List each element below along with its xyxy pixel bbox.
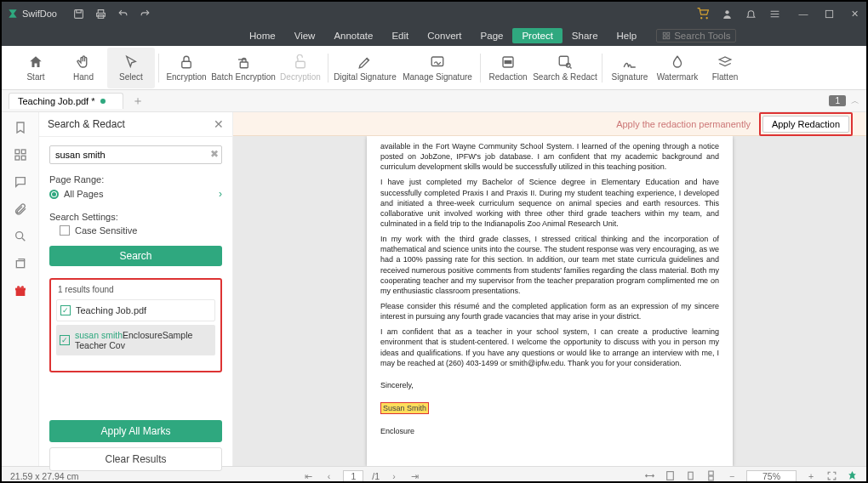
attachments-icon[interactable] — [12, 201, 29, 218]
minimize-icon[interactable]: — — [797, 7, 810, 20]
checkbox-empty-icon — [60, 225, 70, 236]
bell-icon[interactable] — [744, 7, 757, 20]
prev-page-icon[interactable]: ‹ — [323, 470, 334, 482]
menu-home[interactable]: Home — [240, 28, 285, 43]
case-sensitive-checkbox[interactable]: Case Sensitive — [39, 224, 232, 242]
close-panel-icon[interactable]: ✕ — [214, 117, 224, 131]
print-icon[interactable] — [94, 7, 108, 20]
gift-icon[interactable] — [12, 282, 29, 299]
menu-edit[interactable]: Edit — [382, 28, 418, 43]
svg-rect-25 — [15, 290, 25, 296]
ribbon-digital-signature[interactable]: Digital Signature — [332, 48, 398, 88]
menu-convert[interactable]: Convert — [418, 28, 471, 43]
ribbon-start[interactable]: Start — [12, 48, 60, 88]
menu-protect[interactable]: Protect — [512, 28, 562, 43]
svg-rect-11 — [182, 61, 191, 68]
clear-search-icon[interactable]: ✖ — [210, 148, 219, 160]
zoom-value[interactable]: 75% — [746, 470, 797, 482]
new-tab-button[interactable]: ＋ — [132, 94, 144, 109]
pin-icon[interactable] — [846, 470, 858, 482]
menu-help[interactable]: Help — [608, 28, 647, 43]
user-icon[interactable] — [720, 7, 734, 20]
total-pages: /1 — [372, 471, 380, 481]
result-match-row[interactable]: ✓ susan smithEnclosureSample Teacher Cov — [56, 325, 215, 355]
zoom-in-icon[interactable]: + — [805, 470, 817, 482]
svg-point-23 — [15, 232, 22, 239]
menu-icon[interactable] — [768, 7, 781, 20]
save-icon[interactable] — [72, 7, 86, 20]
results-found-label: 1 results found — [56, 285, 215, 299]
bookmark-icon[interactable] — [12, 119, 29, 136]
next-page-icon[interactable]: › — [388, 470, 400, 482]
page-range-row[interactable]: All Pages › — [39, 186, 232, 207]
first-page-icon[interactable]: ⇤ — [302, 470, 314, 482]
menu-share[interactable]: Share — [562, 28, 608, 43]
fullscreen-icon[interactable] — [825, 470, 837, 482]
unsaved-dot-icon — [100, 99, 106, 104]
current-page-input[interactable]: 1 — [343, 470, 363, 482]
result-file-row[interactable]: ✓ Teaching Job.pdf — [56, 299, 215, 321]
ribbon-redaction[interactable]: Redaction — [484, 48, 532, 88]
results-highlight-box: 1 results found ✓ Teaching Job.pdf ✓ sus… — [49, 278, 222, 372]
svg-rect-8 — [667, 32, 670, 35]
svg-rect-29 — [709, 471, 713, 475]
svg-rect-0 — [75, 9, 83, 18]
ribbon-manage-signature[interactable]: Manage Signature — [398, 48, 477, 88]
svg-rect-19 — [15, 150, 20, 154]
doc-closing: Sincerely, — [380, 380, 719, 390]
menu-view[interactable]: View — [285, 28, 325, 43]
maximize-icon[interactable] — [822, 7, 836, 20]
zoom-out-icon[interactable]: − — [726, 470, 738, 482]
flatten-icon — [717, 54, 733, 70]
ribbon-search-redact[interactable]: Search & Redact — [532, 48, 598, 88]
panel-title: Search & Redact — [48, 118, 125, 130]
thumbnails-icon[interactable] — [12, 146, 29, 163]
search-tools[interactable]: Search Tools — [656, 29, 736, 43]
continuous-page-icon[interactable] — [705, 470, 717, 482]
svg-rect-24 — [16, 261, 24, 268]
search-input[interactable] — [49, 145, 222, 164]
close-window-icon[interactable]: ✕ — [848, 7, 861, 20]
pen-sign-icon — [357, 54, 373, 70]
chevron-right-icon[interactable]: › — [219, 188, 222, 200]
search-settings-label: Search Settings: — [39, 207, 232, 224]
single-page-icon[interactable] — [685, 470, 697, 482]
doc-paragraph: Please consider this résumé and the comp… — [380, 301, 719, 321]
clear-results-button[interactable]: Clear Results — [49, 447, 222, 471]
doc-paragraph: available in the Fort Wayne Community Sc… — [380, 141, 719, 172]
redaction-mark[interactable]: Susan Smith — [380, 402, 429, 414]
search-rail-icon[interactable] — [12, 228, 29, 245]
watermark-icon — [670, 54, 685, 70]
apply-redaction-button[interactable]: Apply Redaction — [762, 116, 849, 133]
search-button[interactable]: Search — [49, 246, 222, 266]
document-tab[interactable]: Teaching Job.pdf * — [9, 93, 123, 109]
fit-width-icon[interactable] — [644, 470, 656, 482]
cart-icon[interactable] — [696, 7, 710, 20]
svg-point-5 — [725, 10, 728, 14]
radio-checked-icon — [49, 190, 59, 199]
ribbon-batch-encryption[interactable]: Batch Encryption — [210, 48, 277, 88]
ribbon-hand[interactable]: Hand — [60, 48, 107, 88]
ribbon: Start Hand Select Encryption Batch Encry… — [2, 46, 866, 90]
ribbon-signature[interactable]: Signature — [606, 48, 654, 88]
apply-all-marks-button[interactable]: Apply All Marks — [49, 420, 222, 442]
ribbon-watermark[interactable]: Watermark — [654, 48, 701, 88]
ribbon-select[interactable]: Select — [107, 48, 155, 88]
ribbon-decryption: Decryption — [277, 48, 324, 88]
menu-bar: Home View Annotate Edit Convert Page Pro… — [2, 26, 866, 46]
comments-icon[interactable] — [12, 173, 29, 190]
page-canvas[interactable]: available in the Fort Wayne Community Sc… — [233, 136, 866, 466]
last-page-icon[interactable]: ⇥ — [408, 470, 420, 482]
layers-icon[interactable] — [12, 255, 29, 272]
fit-page-icon[interactable] — [665, 470, 677, 482]
svg-rect-30 — [709, 476, 713, 480]
redo-icon[interactable] — [139, 7, 152, 20]
menu-page[interactable]: Page — [471, 28, 513, 43]
menu-annotate[interactable]: Annotate — [324, 28, 382, 43]
ribbon-encryption[interactable]: Encryption — [163, 48, 210, 88]
ribbon-flatten[interactable]: Flatten — [701, 48, 749, 88]
batch-lock-icon — [236, 54, 251, 70]
doc-paragraph: I have just completed my Bachelor of Sci… — [380, 177, 719, 229]
collapse-ribbon-icon[interactable]: ︿ — [851, 95, 859, 107]
undo-icon[interactable] — [117, 7, 130, 20]
